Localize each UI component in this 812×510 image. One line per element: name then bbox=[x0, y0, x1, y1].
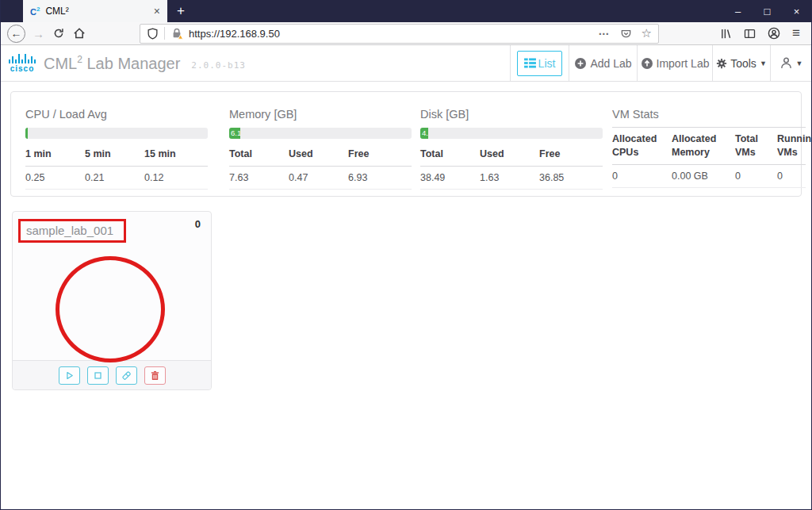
address-bar[interactable]: https://192.168.9.50 ⋯ ☆ bbox=[140, 24, 659, 44]
cpu-load-table: 1 min5 min15 min 0.250.210.12 bbox=[25, 144, 208, 190]
account-icon[interactable] bbox=[768, 27, 780, 40]
trash-icon bbox=[150, 370, 160, 381]
cisco-bars-icon bbox=[9, 53, 36, 63]
sidebar-icon[interactable] bbox=[744, 28, 756, 40]
stop-icon bbox=[93, 370, 103, 381]
gear-icon bbox=[716, 58, 727, 69]
memory-progress-bar: 6.1 bbox=[229, 128, 412, 139]
disk-progress-bar: 4.2 bbox=[420, 128, 603, 139]
memory-table: TotalUsedFree 7.630.476.93 bbox=[229, 144, 412, 190]
app-header: cisco CML2 Lab Manager 2.0.0-b13 List Ad… bbox=[1, 45, 811, 82]
cpu-load-title: CPU / Load Avg bbox=[25, 108, 208, 121]
list-view-button[interactable]: List bbox=[517, 51, 563, 76]
red-circle-annotation bbox=[56, 256, 165, 362]
window-controls: – □ × bbox=[723, 0, 811, 22]
delete-lab-button[interactable] bbox=[144, 366, 166, 385]
user-menu-button[interactable]: ▼ bbox=[770, 45, 811, 81]
system-stats-panel: CPU / Load Avg 1 min5 min15 min 0.250.21… bbox=[10, 91, 802, 197]
play-icon bbox=[64, 370, 75, 381]
pocket-icon[interactable] bbox=[620, 28, 632, 40]
vm-stats-title: VM Stats bbox=[612, 108, 806, 121]
cisco-brand-name: cisco bbox=[10, 64, 35, 73]
list-icon bbox=[524, 58, 536, 68]
user-icon bbox=[779, 56, 793, 70]
bookmark-star-icon[interactable]: ☆ bbox=[642, 26, 652, 40]
cisco-logo: cisco bbox=[9, 53, 36, 73]
stop-lab-button[interactable] bbox=[87, 366, 109, 385]
lock-warning-icon[interactable] bbox=[170, 27, 183, 40]
tab-close-icon[interactable]: × bbox=[154, 6, 160, 17]
titlebar: C2 CML² × + – □ × bbox=[1, 0, 811, 22]
app-version: 2.0.0-b13 bbox=[191, 56, 246, 71]
disk-section: Disk [GB] 4.2 TotalUsedFree 38.491.6336.… bbox=[420, 108, 603, 190]
vm-stats-section: VM Stats Allocated CPUsAllocated MemoryT… bbox=[612, 108, 806, 188]
shield-icon[interactable] bbox=[147, 28, 159, 40]
disk-title: Disk [GB] bbox=[420, 108, 603, 121]
forward-button[interactable]: → bbox=[33, 27, 44, 40]
memory-section: Memory [GB] 6.1 TotalUsedFree 7.630.476.… bbox=[229, 108, 412, 190]
cml-favicon-icon: C2 bbox=[30, 6, 40, 17]
import-lab-button[interactable]: Import Lab bbox=[637, 45, 712, 81]
cpu-load-section: CPU / Load Avg 1 min5 min15 min 0.250.21… bbox=[25, 108, 208, 190]
url-divider bbox=[164, 27, 165, 40]
chevron-down-icon: ▼ bbox=[760, 59, 767, 67]
home-button[interactable] bbox=[73, 27, 86, 40]
lab-card[interactable]: sample_lab_001 0 bbox=[12, 211, 212, 390]
tab-title: CML² bbox=[45, 6, 153, 17]
maximize-button[interactable]: □ bbox=[753, 0, 782, 22]
chevron-down-icon: ▼ bbox=[796, 59, 803, 67]
browser-window: C2 CML² × + – □ × ← → bbox=[0, 0, 812, 510]
hamburger-menu-icon[interactable]: ≡ bbox=[792, 25, 800, 41]
page-title: CML2 Lab Manager bbox=[44, 54, 180, 73]
red-rectangle-annotation bbox=[18, 219, 126, 243]
lab-card-toolbar bbox=[13, 360, 211, 389]
new-tab-button[interactable]: + bbox=[167, 0, 194, 22]
reload-button[interactable] bbox=[53, 28, 64, 39]
vm-stats-table: Allocated CPUsAllocated MemoryTotal VMsR… bbox=[612, 127, 806, 188]
page-actions-icon[interactable]: ⋯ bbox=[599, 27, 611, 40]
upload-circle-icon bbox=[641, 57, 653, 70]
close-button[interactable]: × bbox=[782, 0, 811, 22]
browser-tab[interactable]: C2 CML² × bbox=[23, 0, 167, 22]
disk-table: TotalUsedFree 38.491.6336.85 bbox=[420, 144, 603, 190]
main-content: CPU / Load Avg 1 min5 min15 min 0.250.21… bbox=[1, 82, 811, 400]
url-text[interactable]: https://192.168.9.50 bbox=[189, 28, 280, 40]
nav-toolbar: ← → https://192.168.9.50 ⋯ bbox=[1, 22, 811, 45]
library-icon[interactable] bbox=[720, 28, 732, 40]
eraser-icon bbox=[121, 370, 132, 381]
minimize-button[interactable]: – bbox=[723, 0, 753, 22]
add-lab-button[interactable]: Add Lab bbox=[569, 45, 637, 81]
tools-button[interactable]: Tools ▼ bbox=[712, 45, 770, 81]
memory-title: Memory [GB] bbox=[229, 108, 412, 121]
cpu-progress-bar bbox=[25, 128, 208, 139]
start-lab-button[interactable] bbox=[59, 366, 80, 385]
back-button[interactable]: ← bbox=[7, 25, 25, 43]
wipe-lab-button[interactable] bbox=[116, 366, 137, 385]
plus-circle-icon bbox=[574, 57, 587, 70]
node-count-badge: 0 bbox=[195, 218, 201, 230]
